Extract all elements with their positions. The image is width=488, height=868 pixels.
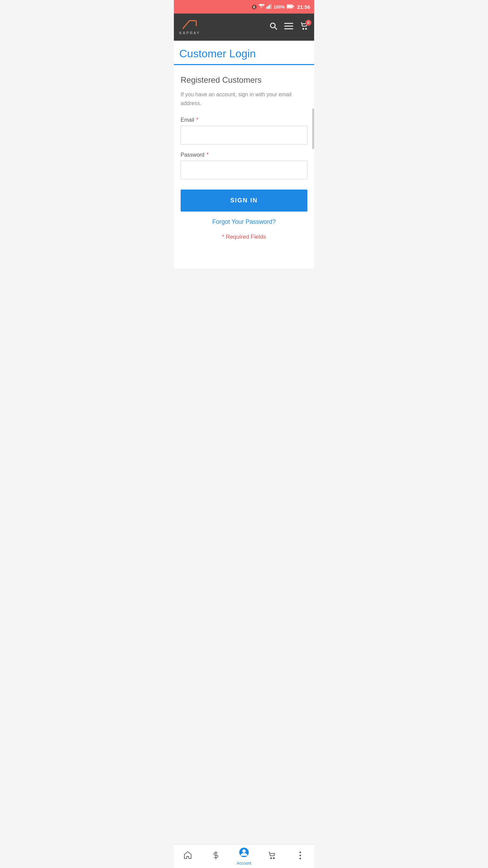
section-heading: Registered Customers [181, 75, 307, 85]
sign-in-button[interactable]: SIGN IN [181, 190, 307, 212]
scrollbar[interactable] [312, 108, 314, 149]
logo-text: KAPRAY [179, 31, 200, 35]
password-form-group: Password * [181, 152, 307, 179]
svg-rect-6 [293, 6, 294, 7]
svg-point-12 [303, 28, 304, 29]
email-label: Email * [181, 117, 307, 123]
header-icons: 0 [269, 22, 309, 33]
svg-point-13 [306, 28, 307, 29]
svg-rect-3 [270, 4, 271, 9]
battery-icon [287, 4, 294, 9]
password-input[interactable] [181, 161, 307, 179]
cart-badge: 0 [305, 20, 311, 26]
page-title-container: Customer Login [174, 41, 314, 65]
svg-rect-0 [266, 7, 267, 9]
password-label: Password * [181, 152, 307, 158]
email-required-star: * [196, 117, 198, 123]
page-title: Customer Login [179, 47, 309, 64]
email-input[interactable] [181, 126, 307, 144]
svg-point-7 [270, 23, 275, 28]
signal-icon [266, 4, 272, 10]
logo-icon [179, 19, 203, 30]
time-display: 21:56 [297, 4, 310, 10]
password-required-star: * [206, 152, 208, 158]
svg-rect-5 [287, 5, 292, 7]
email-form-group: Email * [181, 117, 307, 144]
svg-rect-1 [268, 6, 269, 9]
cart-icon[interactable]: 0 [300, 22, 309, 33]
status-icons: 🔇 100% 21:56 [251, 4, 310, 10]
svg-rect-2 [269, 5, 270, 9]
battery-percent: 100% [273, 4, 285, 9]
mute-icon: 🔇 [251, 4, 257, 9]
menu-icon[interactable] [284, 23, 293, 32]
wifi-icon [259, 4, 265, 10]
search-icon[interactable] [269, 22, 278, 32]
header: KAPRAY 0 [174, 14, 314, 41]
main-content: Registered Customers If you have an acco… [174, 65, 314, 269]
required-fields-note: * Required Fields [181, 234, 307, 240]
forgot-password-link[interactable]: Forgot Your Password? [181, 218, 307, 225]
logo: KAPRAY [179, 19, 203, 35]
status-bar: 🔇 100% 21:56 [174, 0, 314, 14]
svg-line-8 [275, 27, 277, 29]
section-description: If you have an account, sign in with you… [181, 90, 307, 107]
